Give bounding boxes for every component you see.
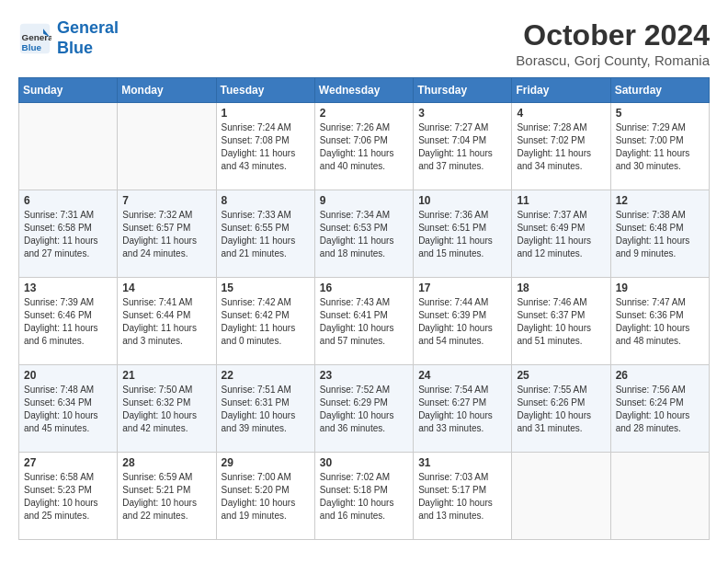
logo: General Blue General Blue (18, 18, 119, 58)
calendar-cell: 30Sunrise: 7:02 AM Sunset: 5:18 PM Dayli… (314, 453, 413, 540)
calendar-cell (19, 103, 118, 190)
day-info: Sunrise: 7:34 AM Sunset: 6:53 PM Dayligh… (320, 209, 408, 260)
day-number: 23 (320, 369, 408, 382)
day-number: 18 (517, 282, 605, 294)
day-number: 19 (616, 282, 704, 294)
day-number: 5 (616, 107, 704, 120)
day-number: 2 (320, 107, 408, 120)
day-number: 31 (418, 456, 506, 469)
calendar-cell: 31Sunrise: 7:03 AM Sunset: 5:17 PM Dayli… (414, 453, 512, 540)
location-subtitle: Borascu, Gorj County, Romania (516, 52, 710, 68)
day-info: Sunrise: 7:33 AM Sunset: 6:55 PM Dayligh… (222, 209, 310, 260)
calendar-cell: 20Sunrise: 7:48 AM Sunset: 6:34 PM Dayli… (19, 365, 118, 453)
day-number: 10 (418, 194, 506, 207)
day-info: Sunrise: 7:37 AM Sunset: 6:49 PM Dayligh… (517, 209, 605, 260)
calendar-cell: 8Sunrise: 7:33 AM Sunset: 6:55 PM Daylig… (216, 190, 314, 278)
day-info: Sunrise: 7:00 AM Sunset: 5:20 PM Dayligh… (222, 471, 310, 523)
weekday-header: Thursday (414, 78, 512, 103)
day-info: Sunrise: 7:38 AM Sunset: 6:48 PM Dayligh… (616, 209, 704, 260)
calendar-cell: 11Sunrise: 7:37 AM Sunset: 6:49 PM Dayli… (512, 190, 610, 278)
day-number: 12 (616, 194, 704, 207)
day-info: Sunrise: 7:43 AM Sunset: 6:41 PM Dayligh… (320, 296, 408, 348)
logo-blue: Blue (57, 39, 93, 57)
calendar-cell: 1Sunrise: 7:24 AM Sunset: 7:08 PM Daylig… (216, 103, 314, 190)
calendar-cell: 10Sunrise: 7:36 AM Sunset: 6:51 PM Dayli… (414, 190, 512, 278)
month-title: October 2024 (516, 18, 710, 52)
day-info: Sunrise: 7:44 AM Sunset: 6:39 PM Dayligh… (418, 296, 506, 348)
calendar-cell: 22Sunrise: 7:51 AM Sunset: 6:31 PM Dayli… (216, 365, 314, 453)
day-number: 15 (222, 282, 310, 294)
day-number: 20 (24, 369, 112, 382)
calendar-cell: 12Sunrise: 7:38 AM Sunset: 6:48 PM Dayli… (610, 190, 709, 278)
calendar-week-row: 20Sunrise: 7:48 AM Sunset: 6:34 PM Dayli… (19, 365, 710, 453)
day-number: 9 (320, 194, 408, 207)
calendar-table: SundayMondayTuesdayWednesdayThursdayFrid… (18, 77, 710, 540)
day-info: Sunrise: 7:27 AM Sunset: 7:04 PM Dayligh… (418, 121, 506, 173)
calendar-cell (118, 103, 216, 190)
calendar-cell (512, 453, 610, 540)
day-number: 27 (24, 456, 112, 469)
day-info: Sunrise: 7:28 AM Sunset: 7:02 PM Dayligh… (517, 121, 605, 173)
calendar-cell: 7Sunrise: 7:32 AM Sunset: 6:57 PM Daylig… (118, 190, 216, 278)
calendar-cell: 21Sunrise: 7:50 AM Sunset: 6:32 PM Dayli… (118, 365, 216, 453)
day-number: 4 (517, 107, 605, 120)
calendar-cell: 24Sunrise: 7:54 AM Sunset: 6:27 PM Dayli… (414, 365, 512, 453)
day-number: 22 (222, 369, 310, 382)
day-number: 11 (517, 194, 605, 207)
calendar-cell (610, 453, 709, 540)
day-info: Sunrise: 7:47 AM Sunset: 6:36 PM Dayligh… (616, 296, 704, 348)
day-number: 16 (320, 282, 408, 294)
day-number: 30 (320, 456, 408, 469)
calendar-cell: 28Sunrise: 6:59 AM Sunset: 5:21 PM Dayli… (118, 453, 216, 540)
logo-icon: General Blue (18, 22, 51, 55)
calendar-cell: 16Sunrise: 7:43 AM Sunset: 6:41 PM Dayli… (314, 278, 413, 365)
day-info: Sunrise: 7:26 AM Sunset: 7:06 PM Dayligh… (320, 121, 408, 173)
calendar-cell: 5Sunrise: 7:29 AM Sunset: 7:00 PM Daylig… (610, 103, 709, 190)
day-info: Sunrise: 7:02 AM Sunset: 5:18 PM Dayligh… (320, 471, 408, 523)
day-number: 13 (24, 282, 112, 294)
day-info: Sunrise: 7:46 AM Sunset: 6:37 PM Dayligh… (517, 296, 605, 348)
svg-text:Blue: Blue (22, 41, 42, 52)
day-info: Sunrise: 6:58 AM Sunset: 5:23 PM Dayligh… (24, 471, 112, 523)
day-info: Sunrise: 7:48 AM Sunset: 6:34 PM Dayligh… (24, 384, 112, 435)
day-info: Sunrise: 7:36 AM Sunset: 6:51 PM Dayligh… (418, 209, 506, 260)
weekday-header: Tuesday (216, 78, 314, 103)
calendar-cell: 14Sunrise: 7:41 AM Sunset: 6:44 PM Dayli… (118, 278, 216, 365)
day-info: Sunrise: 7:54 AM Sunset: 6:27 PM Dayligh… (418, 384, 506, 435)
day-number: 8 (222, 194, 310, 207)
weekday-header: Wednesday (314, 78, 413, 103)
calendar-week-row: 27Sunrise: 6:58 AM Sunset: 5:23 PM Dayli… (19, 453, 710, 540)
calendar-cell: 25Sunrise: 7:55 AM Sunset: 6:26 PM Dayli… (512, 365, 610, 453)
day-info: Sunrise: 6:59 AM Sunset: 5:21 PM Dayligh… (122, 471, 210, 523)
day-info: Sunrise: 7:39 AM Sunset: 6:46 PM Dayligh… (24, 296, 112, 348)
weekday-header: Sunday (19, 78, 118, 103)
day-number: 7 (122, 194, 210, 207)
logo-general: General (57, 18, 119, 37)
calendar-cell: 15Sunrise: 7:42 AM Sunset: 6:42 PM Dayli… (216, 278, 314, 365)
day-number: 25 (517, 369, 605, 382)
calendar-cell: 27Sunrise: 6:58 AM Sunset: 5:23 PM Dayli… (19, 453, 118, 540)
day-info: Sunrise: 7:24 AM Sunset: 7:08 PM Dayligh… (222, 121, 310, 173)
page-header: General Blue General Blue October 2024 B… (18, 18, 710, 68)
calendar-cell: 23Sunrise: 7:52 AM Sunset: 6:29 PM Dayli… (314, 365, 413, 453)
day-info: Sunrise: 7:52 AM Sunset: 6:29 PM Dayligh… (320, 384, 408, 435)
weekday-header-row: SundayMondayTuesdayWednesdayThursdayFrid… (19, 78, 710, 103)
logo-text: General Blue (57, 18, 119, 58)
day-number: 1 (222, 107, 310, 120)
day-info: Sunrise: 7:56 AM Sunset: 6:24 PM Dayligh… (616, 384, 704, 435)
calendar-cell: 19Sunrise: 7:47 AM Sunset: 6:36 PM Dayli… (610, 278, 709, 365)
day-info: Sunrise: 7:42 AM Sunset: 6:42 PM Dayligh… (222, 296, 310, 348)
calendar-cell: 3Sunrise: 7:27 AM Sunset: 7:04 PM Daylig… (414, 103, 512, 190)
day-number: 26 (616, 369, 704, 382)
calendar-week-row: 6Sunrise: 7:31 AM Sunset: 6:58 PM Daylig… (19, 190, 710, 278)
calendar-cell: 9Sunrise: 7:34 AM Sunset: 6:53 PM Daylig… (314, 190, 413, 278)
weekday-header: Saturday (610, 78, 709, 103)
calendar-cell: 13Sunrise: 7:39 AM Sunset: 6:46 PM Dayli… (19, 278, 118, 365)
day-info: Sunrise: 7:50 AM Sunset: 6:32 PM Dayligh… (122, 384, 210, 435)
day-info: Sunrise: 7:55 AM Sunset: 6:26 PM Dayligh… (517, 384, 605, 435)
day-info: Sunrise: 7:31 AM Sunset: 6:58 PM Dayligh… (24, 209, 112, 260)
day-number: 21 (122, 369, 210, 382)
day-info: Sunrise: 7:03 AM Sunset: 5:17 PM Dayligh… (418, 471, 506, 523)
day-number: 6 (24, 194, 112, 207)
calendar-cell: 26Sunrise: 7:56 AM Sunset: 6:24 PM Dayli… (610, 365, 709, 453)
